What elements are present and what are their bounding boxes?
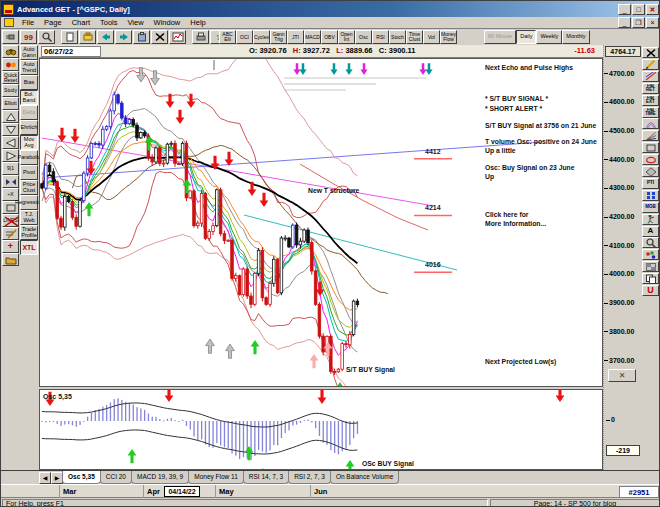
fib-extension-tool[interactable]: FIB EXT (642, 95, 659, 106)
find-icon[interactable] (38, 30, 55, 44)
sidebar-tool-pivot[interactable]: Pivot (20, 165, 38, 180)
ratio-button[interactable]: 9|1 (2, 162, 19, 175)
tab-rsi-14-7-3[interactable]: RSI 14, 7, 3 (243, 471, 289, 484)
add-button[interactable]: + (2, 240, 19, 253)
portfolio-button[interactable] (2, 253, 19, 266)
study-button-open-int[interactable]: Open Int (338, 30, 355, 44)
timeframe-button-daily[interactable]: Daily (516, 30, 536, 44)
quotes-icon[interactable]: 99 (20, 30, 37, 44)
menu-file[interactable]: File (17, 17, 39, 28)
price-axis[interactable]: 4764.17 4700.004600.004500.004400.004300… (603, 45, 641, 470)
box-tool[interactable] (642, 142, 659, 153)
study-button-gann-trig[interactable]: Gann Trig (270, 30, 287, 44)
copy-tool[interactable] (642, 273, 659, 284)
timeframe-button-weekly[interactable]: Weekly (536, 30, 562, 44)
sidebar-tool-auto-trend[interactable]: Auto Trend (20, 60, 38, 75)
zoom-tool[interactable] (642, 237, 659, 248)
binoculars-icon[interactable] (2, 45, 19, 58)
lines-toggle-button[interactable]: LINES (2, 214, 19, 227)
trendline-tool[interactable] (642, 71, 659, 82)
scroll-down-button[interactable] (2, 123, 19, 136)
tabs-scroll-left-button[interactable]: ◀ (39, 472, 51, 484)
study-button-abc-elli[interactable]: ABC Elli (219, 30, 236, 44)
chart-system-menu-icon[interactable] (4, 18, 14, 27)
next-page-icon[interactable] (115, 30, 132, 44)
pti-tool[interactable]: PTI (642, 178, 659, 189)
menu-view[interactable]: View (122, 17, 148, 28)
study-eraser-button[interactable]: Study (2, 84, 19, 97)
pitchfork-tool[interactable] (642, 130, 659, 141)
tab-osc-5-35[interactable]: Osc 5,35 (62, 471, 101, 484)
study-button-jti[interactable]: JTI (287, 30, 304, 44)
study-button-rsi[interactable]: RSI (372, 30, 389, 44)
menu-chart[interactable]: Chart (67, 17, 95, 28)
timeframe-button-60-minute[interactable]: 60 Minute (484, 30, 516, 44)
study-button-osc[interactable]: Osc (355, 30, 372, 44)
sidebar-tool-regression[interactable]: Regression (20, 195, 38, 210)
study-button-money-flow[interactable]: Money Flow (440, 30, 457, 44)
minimize-button[interactable]: _ (618, 4, 631, 15)
menu-tools[interactable]: Tools (95, 17, 123, 28)
palette-tool[interactable] (642, 249, 659, 260)
date-field[interactable]: 06/27/22 (41, 46, 101, 57)
tab-on-balance-volume[interactable]: On Balance Volume (330, 471, 399, 484)
compare-button[interactable] (2, 175, 19, 188)
rhombus-tool[interactable] (642, 166, 659, 177)
runner-tool[interactable] (642, 214, 659, 225)
text-tool[interactable]: A (642, 226, 659, 237)
tab-money-flow-11[interactable]: Money Flow 11 (188, 471, 244, 484)
mdi-close-button[interactable]: × (646, 17, 659, 28)
alerts-icon[interactable] (2, 58, 19, 71)
study-button-cycles[interactable]: Cycles (253, 30, 270, 44)
sidebar-tool-bias[interactable]: Bias (20, 75, 38, 90)
study-button-oci[interactable]: OCI (236, 30, 253, 44)
main-chart-panel[interactable]: 441242144016Next Echo and Pulse Highs* S… (39, 58, 603, 387)
sidebar-tool-delta[interactable]: Delta (20, 105, 38, 120)
new-page-icon[interactable] (61, 30, 78, 44)
link-icon[interactable] (2, 30, 19, 44)
quick-reset-button[interactable]: Quick Reset (2, 71, 19, 84)
delete-icon[interactable] (151, 30, 168, 44)
sidebar-tool-ehrlich[interactable]: Ehrlich (20, 120, 38, 135)
fib-time-tool[interactable]: FIB TIME (642, 107, 659, 118)
undo-button[interactable]: U (642, 285, 659, 296)
cursor-date-box[interactable]: 04/14/22 (164, 486, 200, 497)
draw-lines-button[interactable] (2, 227, 19, 240)
menu-help[interactable]: Help (185, 17, 210, 28)
open-page-icon[interactable] (79, 30, 96, 44)
close-button[interactable]: ✕ (646, 4, 659, 15)
profile-tool[interactable] (642, 190, 659, 201)
sidebar-tool-auto-gann[interactable]: Auto Gann (20, 45, 38, 60)
study-button-obv[interactable]: OBV (321, 30, 338, 44)
sidebar-tool-price-clust[interactable]: Price Clust (20, 180, 38, 195)
axis-tool-button[interactable]: ✕ (608, 369, 636, 382)
pattern-tool[interactable] (642, 261, 659, 272)
pencil-tool[interactable] (642, 59, 659, 70)
scroll-left-button[interactable] (2, 136, 19, 149)
mdi-restore-button[interactable]: ❐ (632, 17, 645, 28)
print-icon[interactable] (192, 30, 209, 44)
prev-page-icon[interactable] (97, 30, 114, 44)
sidebar-tool-trade-profile[interactable]: Trade Profile (20, 225, 38, 240)
elliott-button[interactable]: Elliott (2, 97, 19, 110)
arc-tool[interactable] (642, 118, 659, 129)
sidebar-tool-parabolic[interactable]: Parabolic (20, 150, 38, 165)
sidebar-tool-bol-band[interactable]: Bol. Band (20, 90, 38, 105)
tab-macd-19-39-9[interactable]: MACD 19, 39, 9 (131, 471, 189, 484)
fib-retracement-tool[interactable]: FIB RET (642, 83, 659, 94)
menu-page[interactable]: Page (39, 17, 67, 28)
ellipse-tool[interactable] (642, 154, 659, 165)
chart-window-icon[interactable] (169, 30, 186, 44)
study-button-time-clust[interactable]: Time Clust (406, 30, 423, 44)
tab-rsi-2-7-3[interactable]: RSI 2, 7, 3 (288, 471, 331, 484)
sidebar-tool-mov-avg[interactable]: Mov Avg (20, 135, 38, 150)
timeframe-button-monthly[interactable]: Monthly (562, 30, 589, 44)
scroll-up-button[interactable] (2, 110, 19, 123)
scroll-right-button[interactable] (2, 149, 19, 162)
mob-tool[interactable]: MOB (642, 202, 659, 213)
oscillator-panel[interactable]: Osc 5,35OSc BUY Signal (39, 389, 603, 470)
menu-window[interactable]: Window (149, 17, 186, 28)
study-button-stoch[interactable]: Stoch (389, 30, 406, 44)
tab-cci-20[interactable]: CCI 20 (100, 471, 132, 484)
sidebar-tool-xtl[interactable]: XTL (20, 240, 38, 255)
